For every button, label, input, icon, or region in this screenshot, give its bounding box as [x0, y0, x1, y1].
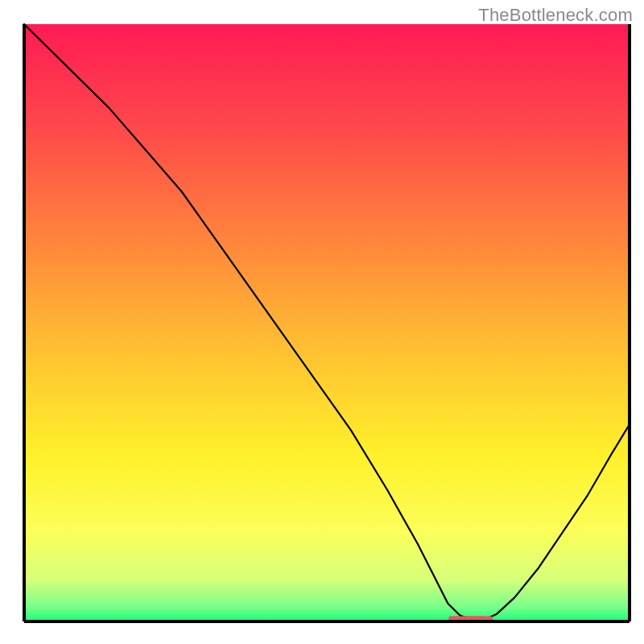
bottleneck-chart [0, 0, 644, 644]
watermark-text: TheBottleneck.com [478, 5, 633, 26]
chart-container: TheBottleneck.com [0, 0, 644, 644]
